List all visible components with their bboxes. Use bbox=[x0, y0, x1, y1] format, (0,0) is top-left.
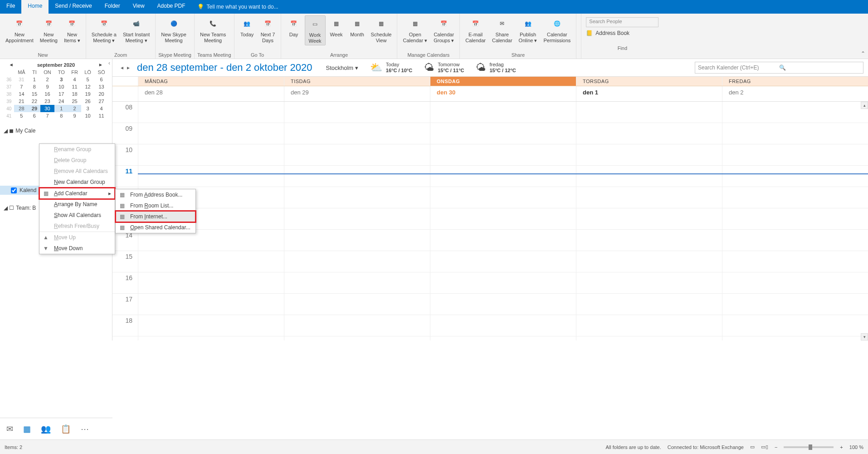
mini-cal-day[interactable]: 4 bbox=[94, 105, 108, 112]
weather-day[interactable]: 🌤fredag15°C / 12°C bbox=[476, 62, 516, 74]
time-slot[interactable] bbox=[430, 230, 576, 251]
ribbon-button[interactable]: 📅Next 7Days bbox=[258, 15, 278, 44]
menu-item[interactable]: Show All Calendars bbox=[39, 210, 115, 221]
mini-cal-day[interactable]: 16 bbox=[40, 90, 55, 98]
mini-cal-day[interactable]: 7 bbox=[40, 112, 55, 119]
zoom-slider[interactable] bbox=[784, 446, 834, 448]
time-slot[interactable] bbox=[576, 187, 722, 208]
day-header[interactable]: ONSDAG bbox=[430, 77, 576, 86]
mini-cal-day[interactable]: 3 bbox=[81, 105, 94, 112]
time-slot[interactable] bbox=[722, 208, 868, 230]
ribbon-button[interactable]: ▦OpenCalendar ▾ bbox=[400, 15, 430, 44]
nav-tasks-icon[interactable]: 📋 bbox=[61, 424, 71, 434]
day-column[interactable] bbox=[576, 102, 722, 340]
ribbon-button[interactable]: 👥Today bbox=[237, 15, 257, 39]
mini-cal-day[interactable]: 1 bbox=[54, 105, 68, 112]
ribbon-button[interactable]: ▭WorkWeek bbox=[305, 15, 326, 45]
time-slot[interactable] bbox=[576, 123, 722, 144]
mini-cal-day[interactable]: 25 bbox=[68, 98, 81, 105]
day-column[interactable] bbox=[284, 102, 430, 340]
nav-more-icon[interactable]: ⋯ bbox=[81, 424, 89, 434]
day-date[interactable]: den 28 bbox=[138, 86, 284, 101]
search-people-input[interactable]: Search People bbox=[586, 17, 658, 27]
time-slot[interactable] bbox=[284, 166, 430, 187]
time-slot[interactable] bbox=[430, 251, 576, 272]
submenu-item[interactable]: ▦Open Shared Calendar... bbox=[116, 222, 195, 233]
time-slot[interactable] bbox=[284, 123, 430, 144]
time-slot[interactable] bbox=[430, 123, 576, 144]
mini-cal-day[interactable]: 20 bbox=[94, 90, 108, 98]
view-normal-icon[interactable]: ▭ bbox=[750, 444, 755, 450]
nav-mail-icon[interactable]: ✉ bbox=[6, 424, 13, 434]
mini-cal-day[interactable]: 2 bbox=[40, 76, 55, 83]
day-column[interactable] bbox=[722, 102, 868, 340]
nav-calendar-icon[interactable]: ▦ bbox=[23, 424, 31, 434]
mini-cal-day[interactable]: 29 bbox=[29, 105, 40, 112]
tab-home[interactable]: Home bbox=[21, 0, 49, 14]
mini-cal-day[interactable]: 27 bbox=[94, 98, 108, 105]
time-slot[interactable] bbox=[430, 208, 576, 230]
time-slot[interactable] bbox=[722, 272, 868, 294]
day-date[interactable]: den 1 bbox=[576, 86, 722, 101]
mini-cal-day[interactable]: 6 bbox=[29, 112, 40, 119]
sidebar-collapse-button[interactable]: ‹ bbox=[108, 60, 110, 66]
mini-cal-day[interactable]: 4 bbox=[68, 76, 81, 83]
day-date[interactable]: den 2 bbox=[722, 86, 868, 101]
zoom-in-button[interactable]: + bbox=[840, 444, 843, 450]
mini-cal-day[interactable]: 11 bbox=[94, 112, 108, 119]
time-slot[interactable] bbox=[576, 208, 722, 230]
calendar-search-input[interactable]: Search Kalender (Ctrl+E) 🔍 bbox=[695, 62, 863, 74]
tell-me[interactable]: 💡 Tell me what you want to do... bbox=[192, 0, 284, 14]
mini-cal-day[interactable]: 9 bbox=[40, 83, 55, 90]
time-slot[interactable] bbox=[576, 102, 722, 123]
nav-people-icon[interactable]: 👥 bbox=[41, 424, 51, 434]
day-date[interactable]: den 29 bbox=[284, 86, 430, 101]
time-slot[interactable] bbox=[576, 272, 722, 294]
time-slot[interactable] bbox=[284, 208, 430, 230]
mini-cal-grid[interactable]: MÅTIONTOFRLÖSÖ36311234563778910111213381… bbox=[4, 69, 108, 119]
grid-scrollbar[interactable]: ▴ ▾ bbox=[861, 102, 868, 340]
time-slot[interactable] bbox=[284, 144, 430, 166]
day-date[interactable]: den 30 bbox=[430, 86, 576, 101]
calendar-grid[interactable]: 0809101112131415161718 ▴ ▾ bbox=[112, 102, 868, 340]
mini-cal-month[interactable]: september 2020 bbox=[37, 62, 75, 68]
time-slot[interactable] bbox=[722, 251, 868, 272]
submenu-item[interactable]: ▦From Room List... bbox=[116, 200, 195, 211]
time-slot[interactable] bbox=[430, 144, 576, 166]
day-header[interactable]: TISDAG bbox=[284, 77, 430, 86]
search-icon[interactable]: 🔍 bbox=[779, 64, 860, 71]
time-slot[interactable] bbox=[138, 123, 284, 144]
time-slot[interactable] bbox=[430, 315, 576, 336]
mini-cal-day[interactable]: 11 bbox=[68, 83, 81, 90]
next-range-button[interactable]: ▸ bbox=[127, 64, 130, 71]
tab-view[interactable]: View bbox=[127, 0, 151, 14]
ribbon-button[interactable]: ▦Month bbox=[347, 15, 367, 39]
time-slot[interactable] bbox=[576, 251, 722, 272]
time-slot[interactable] bbox=[138, 102, 284, 123]
ribbon-button[interactable]: 🌐CalendarPermissions bbox=[541, 15, 573, 44]
time-slot[interactable] bbox=[138, 166, 284, 187]
mini-cal-day[interactable]: 7 bbox=[14, 83, 29, 90]
tab-sendreceive[interactable]: Send / Receive bbox=[49, 0, 98, 14]
ribbon-button[interactable]: 📅NewItems ▾ bbox=[61, 15, 83, 44]
mini-cal-day[interactable]: 13 bbox=[94, 83, 108, 90]
ribbon-button[interactable]: ▦ScheduleView bbox=[368, 15, 395, 44]
time-slot[interactable] bbox=[430, 272, 576, 294]
mini-cal-day[interactable]: 24 bbox=[54, 98, 68, 105]
time-slot[interactable] bbox=[576, 230, 722, 251]
day-header[interactable]: TORSDAG bbox=[576, 77, 722, 86]
mini-cal-day[interactable]: 8 bbox=[54, 112, 68, 119]
time-slot[interactable] bbox=[284, 230, 430, 251]
time-slot[interactable] bbox=[722, 230, 868, 251]
time-slot[interactable] bbox=[284, 251, 430, 272]
day-header[interactable]: MÅNDAG bbox=[138, 77, 284, 86]
time-slot[interactable] bbox=[576, 294, 722, 315]
time-slot[interactable] bbox=[284, 272, 430, 294]
mini-cal-day[interactable]: 6 bbox=[94, 76, 108, 83]
prev-range-button[interactable]: ◂ bbox=[121, 64, 123, 71]
time-slot[interactable] bbox=[138, 144, 284, 166]
mini-cal-day[interactable]: 18 bbox=[68, 90, 81, 98]
tab-file[interactable]: File bbox=[0, 0, 21, 14]
weather-day[interactable]: ⛅Today16°C / 10°C bbox=[370, 62, 412, 74]
time-slot[interactable] bbox=[430, 187, 576, 208]
